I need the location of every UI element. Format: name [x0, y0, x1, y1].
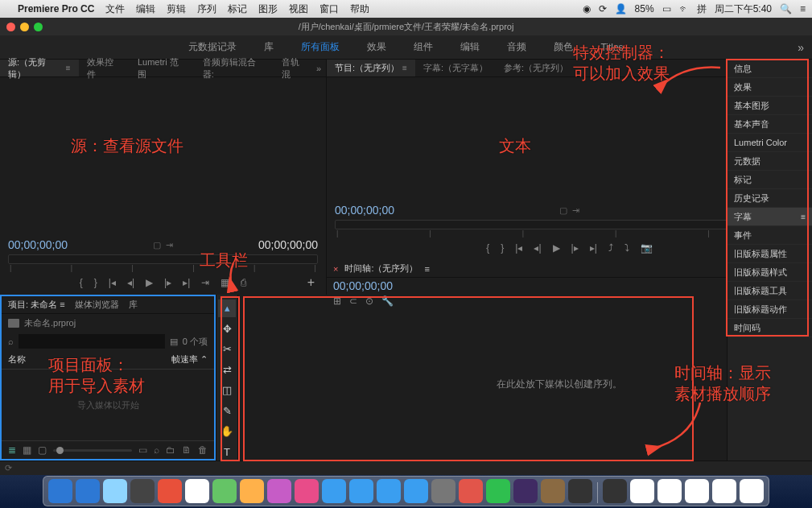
- export-frame-icon[interactable]: ⎙: [241, 277, 246, 288]
- dock-app-10[interactable]: [322, 479, 346, 503]
- go-out-icon[interactable]: ▸|: [590, 242, 597, 254]
- pen-tool[interactable]: ✎: [218, 403, 236, 420]
- tab-lumetri-scopes[interactable]: Lumetri 范围: [130, 60, 195, 76]
- ws-effects[interactable]: 效果: [367, 40, 386, 54]
- sidepanel-item-11[interactable]: 旧版标题样式: [728, 263, 812, 282]
- menu-window[interactable]: 窗口: [319, 2, 339, 16]
- tab-project[interactable]: 项目: 未命名 ≡: [8, 299, 65, 311]
- auto-seq-icon[interactable]: ▭: [138, 444, 147, 456]
- ws-assembly[interactable]: 组件: [414, 40, 433, 54]
- dock-app-23[interactable]: [685, 479, 709, 503]
- slip-tool[interactable]: ◫: [218, 382, 236, 399]
- dock-app-16[interactable]: [486, 479, 510, 503]
- new-bin-icon[interactable]: 🗀: [166, 444, 175, 456]
- type-tool[interactable]: T: [218, 444, 236, 461]
- panel-menu-icon[interactable]: ≡: [66, 64, 71, 72]
- snap-icon[interactable]: ⊞: [333, 295, 341, 307]
- dock-app-1[interactable]: [76, 479, 100, 503]
- dock-app-24[interactable]: [712, 479, 736, 503]
- ws-audio[interactable]: 音频: [507, 40, 526, 54]
- dock-app-6[interactable]: [212, 479, 237, 503]
- dock-app-15[interactable]: [459, 479, 483, 503]
- close-button[interactable]: [6, 23, 15, 31]
- hand-tool[interactable]: ✋: [218, 423, 236, 440]
- dock-app-0[interactable]: [48, 479, 72, 503]
- menu-edit[interactable]: 编辑: [136, 2, 155, 16]
- tab-media-browser[interactable]: 媒体浏览器: [75, 299, 119, 311]
- app-name[interactable]: Premiere Pro CC: [18, 3, 94, 14]
- panel-menu-icon[interactable]: ≡: [801, 213, 806, 221]
- go-in-icon[interactable]: |◂: [109, 277, 116, 288]
- search-icon[interactable]: 🔍: [780, 3, 792, 14]
- status-sync-icon[interactable]: ⟳: [5, 463, 12, 473]
- menu-view[interactable]: 视图: [289, 2, 308, 16]
- ripple-tool[interactable]: ✂: [218, 341, 236, 358]
- source-tc-in[interactable]: 00;00;00;00: [8, 238, 68, 251]
- half-icon[interactable]: ⇥: [572, 205, 579, 216]
- wifi-icon[interactable]: ᯤ: [679, 3, 689, 14]
- step-fwd-icon[interactable]: |▸: [571, 242, 579, 254]
- sidepanel-item-6[interactable]: 标记: [728, 171, 812, 189]
- tab-audio-clip-mixer[interactable]: 音频剪辑混合器:: [195, 60, 274, 76]
- list-view-icon[interactable]: ≣: [8, 444, 16, 456]
- panel-menu-icon[interactable]: ≡: [425, 264, 430, 274]
- dock-app-4[interactable]: [158, 479, 182, 503]
- col-framerate[interactable]: 帧速率 ⌃: [171, 353, 208, 366]
- dock-app-25[interactable]: [740, 479, 764, 503]
- track-select-tool[interactable]: ✥: [218, 320, 236, 338]
- program-tc-in[interactable]: 00;00;00;00: [335, 204, 394, 217]
- minimize-button[interactable]: [20, 23, 29, 31]
- workspace-overflow-icon[interactable]: »: [798, 41, 804, 54]
- sidepanel-item-8[interactable]: 字幕≡: [728, 208, 812, 226]
- new-item-icon[interactable]: 🗎: [182, 444, 192, 456]
- ws-color[interactable]: 颜色: [554, 40, 573, 54]
- play-icon[interactable]: ▶: [146, 277, 153, 288]
- menu-graphics[interactable]: 图形: [258, 2, 278, 16]
- find-icon[interactable]: ⌕: [154, 444, 159, 456]
- tab-captions[interactable]: 字幕:（无字幕）: [415, 60, 496, 76]
- fit-icon[interactable]: ▢: [153, 240, 161, 250]
- play-icon[interactable]: ▶: [553, 242, 560, 254]
- dock-app-7[interactable]: [240, 479, 264, 503]
- export-frame-icon[interactable]: 📷: [641, 242, 653, 254]
- zoom-button[interactable]: [34, 23, 43, 31]
- ws-library[interactable]: 库: [264, 40, 274, 54]
- menu-clip[interactable]: 剪辑: [167, 2, 186, 16]
- project-body[interactable]: 导入媒体以开始: [2, 370, 214, 440]
- menu-extra-icon[interactable]: ≡: [800, 3, 806, 14]
- dock-app-22[interactable]: [657, 479, 682, 503]
- tab-effect-controls[interactable]: 效果控件: [79, 60, 130, 76]
- dock-app-8[interactable]: [267, 479, 291, 503]
- selection-tool[interactable]: ▴: [218, 299, 236, 317]
- overwrite-icon[interactable]: ▦: [221, 277, 229, 288]
- insert-icon[interactable]: ⇥: [201, 277, 209, 288]
- razor-tool[interactable]: ⇄: [218, 361, 236, 379]
- menu-sequence[interactable]: 序列: [197, 2, 216, 16]
- dock-app-9[interactable]: [295, 479, 319, 503]
- dock-app-3[interactable]: [130, 479, 155, 503]
- ws-titles[interactable]: Titles: [600, 42, 623, 53]
- source-scrubber[interactable]: [8, 254, 318, 264]
- tab-program[interactable]: 节目:（无序列） ≡: [327, 60, 415, 76]
- sidepanel-item-2[interactable]: 基本图形: [728, 97, 812, 115]
- menu-file[interactable]: 文件: [105, 2, 125, 16]
- zoom-slider[interactable]: [53, 449, 132, 452]
- sidepanel-item-1[interactable]: 效果: [728, 78, 812, 97]
- panel-menu-icon[interactable]: ≡: [60, 299, 64, 309]
- mark-out-icon[interactable]: }: [94, 277, 97, 288]
- half-icon[interactable]: ⇥: [166, 240, 173, 250]
- sidepanel-item-7[interactable]: 历史记录: [728, 189, 812, 208]
- cc-icon[interactable]: ◉: [583, 3, 591, 14]
- sidepanel-item-5[interactable]: 元数据: [728, 152, 812, 171]
- sidepanel-item-14[interactable]: 时间码: [728, 319, 812, 337]
- dock-app-17[interactable]: [513, 479, 538, 503]
- dock-app-19[interactable]: [568, 479, 592, 503]
- timeline-body[interactable]: 在此处放下媒体以创建序列。: [327, 308, 791, 461]
- tab-libraries[interactable]: 库: [129, 299, 138, 311]
- tab-audio-track[interactable]: 音轨混: [274, 60, 315, 76]
- menu-help[interactable]: 帮助: [350, 2, 369, 16]
- user-icon[interactable]: 👤: [615, 3, 627, 14]
- ws-all-panels[interactable]: 所有面板: [301, 40, 340, 54]
- lift-icon[interactable]: ⤴: [608, 242, 613, 254]
- icon-view-icon[interactable]: ▦: [23, 444, 31, 456]
